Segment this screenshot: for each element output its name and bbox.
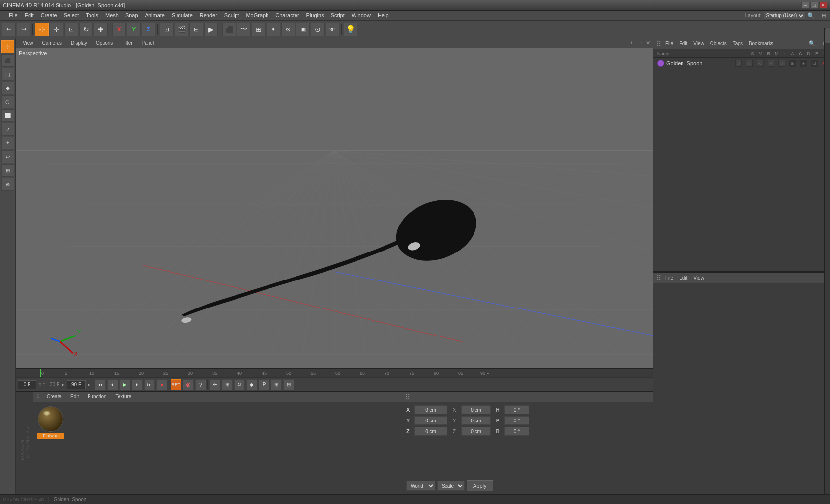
flag-a[interactable]: ⊞ xyxy=(789,60,796,67)
obj-search-icon[interactable]: 🔍 xyxy=(809,40,816,47)
coord-x-rot[interactable] xyxy=(461,405,491,414)
vp-ctrl-x[interactable]: ✕ xyxy=(646,40,650,46)
vp-ctrl-plus[interactable]: + xyxy=(630,40,633,46)
menu-file[interactable]: File xyxy=(6,11,21,19)
camera-button[interactable]: ▣ xyxy=(296,23,310,36)
obj-menu-file[interactable]: File xyxy=(663,40,675,47)
z-axis-button[interactable]: Z xyxy=(142,23,155,36)
obj-menu-objects[interactable]: Objects xyxy=(708,40,729,47)
end-frame-input[interactable] xyxy=(67,380,86,389)
right-scrollbar[interactable] xyxy=(824,28,830,494)
mat-tab-function[interactable]: Function xyxy=(84,393,110,400)
menu-character[interactable]: Character xyxy=(272,11,302,19)
left-tool5[interactable]: ⊗ xyxy=(1,178,14,191)
flag-g[interactable]: ◈ xyxy=(800,60,807,67)
select-tool-button[interactable]: ⊹ xyxy=(35,23,49,36)
vp-tab-panel[interactable]: Panel xyxy=(138,39,158,47)
menu-tools[interactable]: Tools xyxy=(83,11,101,19)
left-tool2[interactable]: ⌖ xyxy=(1,137,14,149)
particle-button[interactable]: ✦ xyxy=(267,23,280,36)
menu-animate[interactable]: Animate xyxy=(142,11,168,19)
auto-key-button[interactable]: ⊗ xyxy=(183,379,194,390)
props-menu-view[interactable]: View xyxy=(691,274,706,281)
transform-tool-button[interactable]: ✚ xyxy=(94,23,108,36)
props-menu-edit[interactable]: Edit xyxy=(677,274,689,281)
coord-y-pos[interactable] xyxy=(414,416,447,425)
coord-y-rot[interactable] xyxy=(461,416,491,425)
coord-scale-select[interactable]: Scale Size xyxy=(437,481,465,491)
obj-menu-edit[interactable]: Edit xyxy=(677,40,689,47)
left-tool4[interactable]: ⊞ xyxy=(1,164,14,177)
close-button[interactable]: ✕ xyxy=(819,2,827,9)
vp-ctrl-minus[interactable]: − xyxy=(635,40,638,46)
vp-ctrl-circle[interactable]: ○ xyxy=(640,40,644,46)
record-button[interactable]: ● xyxy=(156,379,167,390)
menu-simulate[interactable]: Simulate xyxy=(169,11,196,19)
undo-button[interactable]: ↩ xyxy=(2,23,16,36)
play-button[interactable]: ▶ xyxy=(119,379,130,390)
menu-window[interactable]: Window xyxy=(349,11,374,19)
spline-button[interactable]: 〜 xyxy=(237,23,251,36)
mat-tab-edit[interactable]: Edit xyxy=(66,393,83,400)
layout-selector[interactable]: Startup (User) xyxy=(764,12,805,20)
y-axis-button[interactable]: Y xyxy=(127,23,141,36)
left-obj-mode[interactable]: ⬡ xyxy=(1,95,14,108)
obj-menu-view[interactable]: View xyxy=(691,40,706,47)
material-item-flatwari[interactable]: Flatwari xyxy=(37,406,64,439)
layout-icon1[interactable]: ≡ xyxy=(817,13,820,19)
minimize-button[interactable]: ─ xyxy=(801,2,809,9)
tl-grid-btn[interactable]: ⊞ xyxy=(271,379,282,390)
menu-edit[interactable]: Edit xyxy=(22,11,37,19)
menu-select[interactable]: Select xyxy=(61,11,82,19)
flag-d[interactable]: ⊡ xyxy=(811,60,818,67)
layout-search-icon[interactable]: 🔍 xyxy=(807,12,815,19)
flag-r[interactable]: ○ xyxy=(757,60,764,67)
menu-plugins[interactable]: Plugins xyxy=(303,11,327,19)
coord-z-pos[interactable] xyxy=(414,427,447,436)
mat-tab-create[interactable]: Create xyxy=(43,393,65,400)
vp-tab-view[interactable]: View xyxy=(19,39,37,47)
obj-menu-tags[interactable]: Tags xyxy=(731,40,745,47)
left-floor[interactable]: ⬜ xyxy=(1,109,14,122)
flag-l[interactable]: ○ xyxy=(778,60,785,67)
menu-render[interactable]: Render xyxy=(197,11,220,19)
scale-tool-button[interactable]: ⊡ xyxy=(64,23,78,36)
cube-button[interactable]: ⬛ xyxy=(222,23,236,36)
left-tool3[interactable]: ↩ xyxy=(1,150,14,163)
menu-snap[interactable]: Snap xyxy=(122,11,141,19)
generator-button[interactable]: ⊗ xyxy=(281,23,295,36)
menu-mesh[interactable]: Mesh xyxy=(102,11,121,19)
left-polygon-mode[interactable]: ⬛ xyxy=(1,54,14,67)
viewport-canvas[interactable]: Perspective xyxy=(16,48,653,368)
flag-v[interactable]: ○ xyxy=(746,60,753,67)
frame-button[interactable]: ⊡ xyxy=(160,23,174,36)
timeline-question[interactable]: ? xyxy=(195,379,206,390)
light-icon[interactable]: 💡 xyxy=(344,23,357,36)
vp-tab-options[interactable]: Options xyxy=(92,39,117,47)
record-mode-button[interactable]: REC xyxy=(171,379,181,390)
go-end-button[interactable]: ⏭ xyxy=(144,379,155,390)
light-button[interactable]: ⊙ xyxy=(311,23,325,36)
tl-scale-btn[interactable]: ⊞ xyxy=(222,379,233,390)
coord-x-pos[interactable] xyxy=(414,405,447,414)
props-menu-file[interactable]: File xyxy=(663,274,675,281)
menu-script[interactable]: Script xyxy=(328,11,348,19)
left-tool1[interactable]: ↗ xyxy=(1,123,14,136)
vr-button[interactable]: 👁 xyxy=(326,23,339,36)
coord-b-val[interactable] xyxy=(504,427,529,436)
render-button[interactable]: ▶ xyxy=(204,23,218,36)
step-back-button[interactable]: ⏴ xyxy=(107,379,118,390)
menu-sculpt[interactable]: Sculpt xyxy=(221,11,242,19)
left-select-tool[interactable]: ⊹ xyxy=(1,40,14,53)
deformer-button[interactable]: ⊞ xyxy=(252,23,266,36)
coord-world-select[interactable]: World Object xyxy=(406,481,435,491)
menu-create[interactable]: Create xyxy=(38,11,60,19)
flag-s[interactable]: ○ xyxy=(735,60,742,67)
redo-button[interactable]: ↪ xyxy=(17,23,30,36)
vp-tab-cameras[interactable]: Cameras xyxy=(38,39,66,47)
apply-button[interactable]: Apply xyxy=(467,480,493,491)
menu-help[interactable]: Help xyxy=(375,11,392,19)
obj-menu-bookmarks[interactable]: Bookmarks xyxy=(747,40,775,47)
flag-m[interactable]: ○ xyxy=(768,60,774,67)
current-frame-input[interactable] xyxy=(18,380,36,389)
